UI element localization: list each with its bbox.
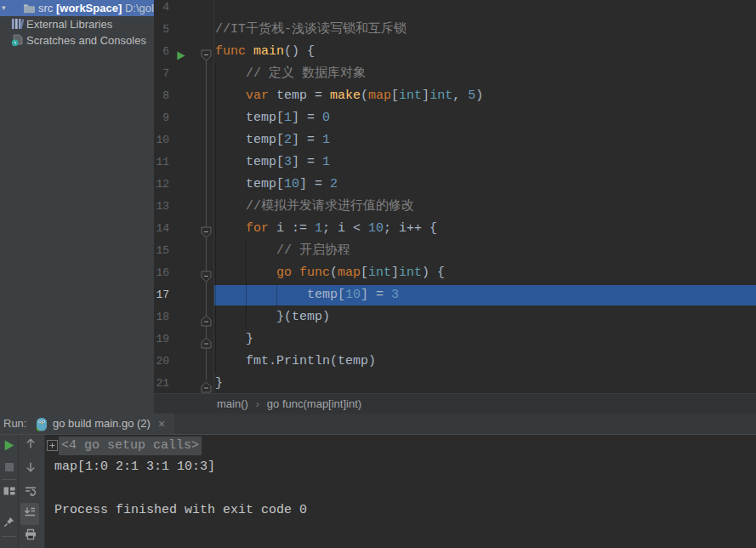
tree-item-label: Scratches and Consoles	[26, 32, 146, 49]
code-line-6[interactable]: 6func main() {	[154, 41, 756, 63]
code-text: }	[215, 373, 223, 395]
expand-fold-icon[interactable]	[47, 439, 58, 454]
code-line-21[interactable]: 21}	[154, 373, 756, 395]
code-line-10[interactable]: 10temp[2] = 1	[154, 129, 756, 151]
console-line: map[1:0 2:1 3:1 10:3]	[54, 460, 215, 474]
code-text: }	[246, 328, 253, 351]
line-number: 21	[154, 373, 169, 395]
libraries-icon	[11, 18, 24, 32]
code-editor[interactable]: 45//IT干货栈-浅谈读写锁和互斥锁6func main() {7// 定义 …	[154, 0, 756, 393]
toolbar-divider	[2, 479, 16, 480]
run-toolbar-left	[0, 435, 19, 548]
run-label: Run:	[3, 417, 26, 430]
code-line-13[interactable]: 13//模拟并发请求进行值的修改	[154, 196, 756, 218]
restore-layout-icon[interactable]	[3, 484, 16, 501]
line-number: 6	[154, 41, 169, 63]
tree-item-src[interactable]: ▾src [workSpace] D:\gola	[0, 0, 154, 16]
breadcrumb: main()›go func(map[int]int)	[154, 393, 756, 414]
code-text: //模拟并发请求进行值的修改	[246, 196, 414, 218]
breadcrumb-separator-icon: ›	[256, 398, 259, 410]
line-number: 14	[154, 218, 169, 240]
code-line-17[interactable]: 17temp[10] = 3	[154, 284, 756, 306]
print-icon[interactable]	[24, 528, 37, 545]
code-text: // 定义 数据库对象	[246, 63, 366, 85]
code-line-11[interactable]: 11temp[3] = 1	[154, 151, 756, 174]
line-number: 12	[154, 174, 169, 196]
code-line-18[interactable]: 18}(temp)	[154, 306, 756, 328]
line-number: 7	[154, 63, 169, 85]
tree-item-scratches-and-consoles[interactable]: Scratches and Consoles	[0, 32, 154, 49]
code-line-5[interactable]: 5//IT干货栈-浅谈读写锁和互斥锁	[154, 19, 756, 41]
code-text: go func(map[int]int) {	[276, 262, 445, 284]
run-tab-label: go build main.go (2)	[53, 414, 151, 434]
code-line-12[interactable]: 12temp[10] = 2	[154, 174, 756, 196]
tree-item-external-libraries[interactable]: External Libraries	[0, 16, 154, 32]
code-text: for i := 1; i < 10; i++ {	[246, 218, 437, 240]
pin-icon[interactable]	[3, 516, 15, 532]
folded-console-region[interactable]: <4 go setup calls>	[59, 437, 202, 455]
code-text: temp[3] = 1	[246, 151, 330, 174]
project-tree-panel: ▾src [workSpace] D:\golaExternal Librari…	[0, 0, 154, 414]
line-number: 5	[154, 19, 169, 41]
code-line-20[interactable]: 20fmt.Println(temp)	[154, 351, 756, 373]
console-line: Process finished with exit code 0	[54, 503, 307, 517]
code-text: var temp = make(map[int]int, 5)	[246, 85, 483, 107]
code-text: temp[10] = 2	[246, 174, 338, 196]
line-number: 4	[154, 0, 169, 19]
run-header-spacer	[174, 414, 756, 434]
breadcrumb-item[interactable]: go func(map[int]int)	[267, 397, 361, 410]
line-number: 11	[154, 151, 169, 174]
code-text: }(temp)	[276, 306, 330, 328]
run-tab[interactable]: go build main.go (2) ×	[31, 414, 185, 434]
line-number: 10	[154, 129, 169, 151]
tree-item-label: src [workSpace] D:\gola	[38, 0, 154, 16]
rerun-icon[interactable]	[3, 439, 15, 455]
close-icon[interactable]: ×	[158, 414, 165, 434]
line-number: 16	[154, 262, 169, 284]
scroll-to-end-icon[interactable]	[20, 503, 39, 525]
tree-item-label: External Libraries	[26, 16, 112, 32]
line-number: 19	[154, 328, 169, 351]
code-line-8[interactable]: 8var temp = make(map[int]int, 5)	[154, 85, 756, 107]
line-number: 13	[154, 196, 169, 218]
toolbar-divider	[2, 536, 16, 537]
line-number: 18	[154, 306, 169, 328]
folder-icon	[23, 2, 36, 16]
ide-window: ▾src [workSpace] D:\golaExternal Librari…	[0, 0, 756, 548]
code-text: temp[10] = 3	[307, 284, 399, 306]
line-number: 15	[154, 240, 169, 262]
breadcrumb-item[interactable]: main()	[217, 397, 248, 410]
code-line-7[interactable]: 7// 定义 数据库对象	[154, 63, 756, 85]
soft-wrap-icon[interactable]	[24, 484, 37, 501]
run-toolwindow-header: Run: go build main.go (2) ×	[0, 414, 756, 435]
code-line-9[interactable]: 9temp[1] = 0	[154, 107, 756, 129]
code-line-14[interactable]: 14for i := 1; i < 10; i++ {	[154, 218, 756, 240]
code-text: temp[1] = 0	[246, 107, 330, 129]
console-toolbar	[19, 435, 45, 548]
code-line-19[interactable]: 19}	[154, 328, 756, 351]
stop-icon[interactable]	[4, 460, 14, 476]
code-text: fmt.Println(temp)	[246, 351, 376, 373]
code-text: // 开启协程	[276, 240, 350, 262]
run-console: <4 go setup calls>map[1:0 2:1 3:1 10:3]P…	[0, 435, 756, 548]
code-text: func main() {	[215, 41, 315, 63]
line-number: 17	[154, 284, 169, 306]
code-line-16[interactable]: 16go func(map[int]int) {	[154, 262, 756, 284]
up-arrow-icon[interactable]	[24, 437, 37, 454]
line-number: 20	[154, 351, 169, 373]
code-text: //IT干货栈-浅谈读写锁和互斥锁	[215, 19, 406, 41]
line-number: 9	[154, 107, 169, 129]
line-number: 8	[154, 85, 169, 107]
scratches-icon	[11, 34, 24, 49]
chevron-down-icon[interactable]: ▾	[2, 0, 6, 16]
code-text: temp[2] = 1	[246, 129, 330, 151]
down-arrow-icon[interactable]	[24, 460, 37, 477]
code-line-15[interactable]: 15// 开启协程	[154, 240, 756, 262]
code-line-4[interactable]: 4	[154, 0, 756, 19]
